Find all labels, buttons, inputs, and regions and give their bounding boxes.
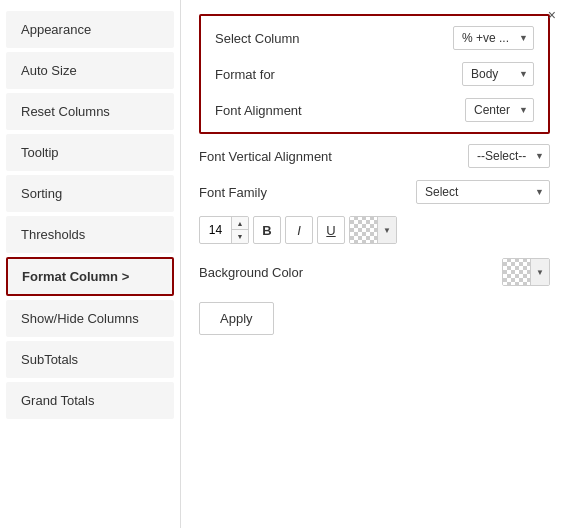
format-for-row: Format for Body Header Footer [215,62,534,86]
font-color-swatch [350,216,378,244]
background-color-arrow-icon[interactable]: ▼ [531,258,549,286]
background-color-picker[interactable]: ▼ [502,258,550,286]
font-family-label: Font Family [199,185,416,200]
font-alignment-label: Font Alignment [215,103,465,118]
select-column-dropdown[interactable]: % +ve ... Column1 Column2 [453,26,534,50]
format-for-wrapper[interactable]: Body Header Footer [462,62,534,86]
background-color-swatch [503,258,531,286]
sidebar-item-tooltip[interactable]: Tooltip [6,134,174,171]
sidebar-item-reset-columns[interactable]: Reset Columns [6,93,174,130]
font-family-row: Font Family Select Arial Times New Roman… [199,180,550,204]
sidebar-item-subtotals[interactable]: SubTotals [6,341,174,378]
format-for-control: Body Header Footer [462,62,534,86]
select-column-wrapper[interactable]: % +ve ... Column1 Column2 [453,26,534,50]
font-size-value: 14 [200,217,232,243]
font-size-increase-button[interactable]: ▲ [232,217,248,230]
main-panel: Select Column % +ve ... Column1 Column2 … [181,0,568,528]
sidebar-item-auto-size[interactable]: Auto Size [6,52,174,89]
sidebar: Appearance Auto Size Reset Columns Toolt… [0,0,181,528]
font-vertical-alignment-label: Font Vertical Alignment [199,149,468,164]
sidebar-item-format-column[interactable]: Format Column > [6,257,174,296]
sidebar-item-grand-totals[interactable]: Grand Totals [6,382,174,419]
background-color-label: Background Color [199,265,502,280]
select-column-label: Select Column [215,31,453,46]
font-vertical-alignment-wrapper[interactable]: --Select-- Top Middle Bottom [468,144,550,168]
sidebar-item-thresholds[interactable]: Thresholds [6,216,174,253]
font-alignment-row: Font Alignment Center Left Right [215,98,534,122]
font-alignment-wrapper[interactable]: Center Left Right [465,98,534,122]
dialog-container: Appearance Auto Size Reset Columns Toolt… [0,0,568,528]
font-alignment-dropdown[interactable]: Center Left Right [465,98,534,122]
select-column-row: Select Column % +ve ... Column1 Column2 [215,26,534,50]
font-size-spinners: ▲ ▼ [232,217,248,243]
font-vertical-alignment-row: Font Vertical Alignment --Select-- Top M… [199,144,550,168]
select-column-control: % +ve ... Column1 Column2 [453,26,534,50]
font-vertical-alignment-dropdown[interactable]: --Select-- Top Middle Bottom [468,144,550,168]
apply-button[interactable]: Apply [199,302,274,335]
font-family-dropdown[interactable]: Select Arial Times New Roman Verdana [416,180,550,204]
close-button[interactable]: × [548,8,556,22]
font-size-decrease-button[interactable]: ▼ [232,230,248,243]
font-alignment-control: Center Left Right [465,98,534,122]
sidebar-item-sorting[interactable]: Sorting [6,175,174,212]
font-family-wrapper[interactable]: Select Arial Times New Roman Verdana [416,180,550,204]
underline-button[interactable]: U [317,216,345,244]
sidebar-item-appearance[interactable]: Appearance [6,11,174,48]
background-color-row: Background Color ▼ [199,258,550,286]
sidebar-item-show-hide-columns[interactable]: Show/Hide Columns [6,300,174,337]
font-tools-row: 14 ▲ ▼ B I U ▼ [199,216,550,244]
format-for-dropdown[interactable]: Body Header Footer [462,62,534,86]
font-size-container: 14 ▲ ▼ [199,216,249,244]
italic-button[interactable]: I [285,216,313,244]
bold-button[interactable]: B [253,216,281,244]
highlighted-section: Select Column % +ve ... Column1 Column2 … [199,14,550,134]
font-color-arrow-icon[interactable]: ▼ [378,216,396,244]
font-color-picker[interactable]: ▼ [349,216,397,244]
format-for-label: Format for [215,67,462,82]
